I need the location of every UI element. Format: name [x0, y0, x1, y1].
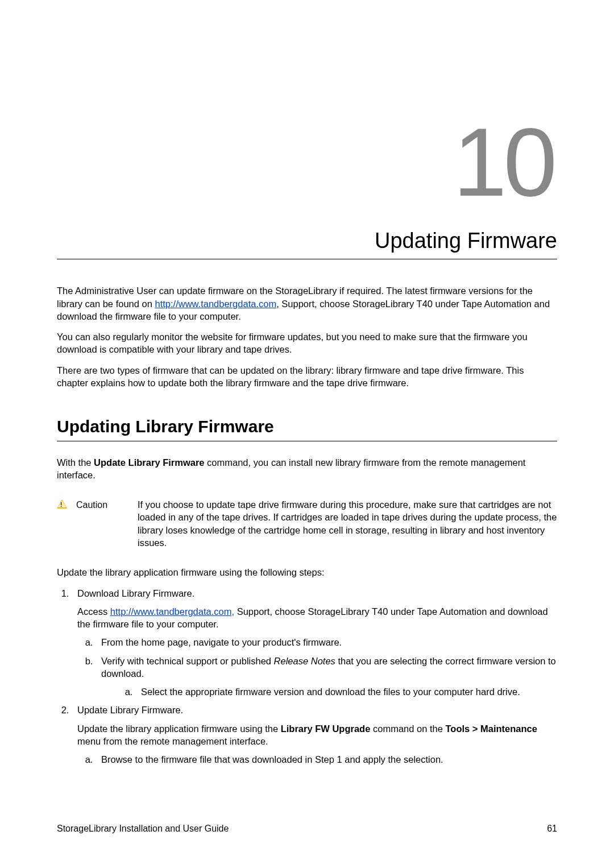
chapter-title: Updating Firmware: [57, 226, 557, 259]
text-segment: With the: [57, 457, 94, 468]
footer-title: StorageLibrary Installation and User Gui…: [57, 822, 229, 835]
step-1b-inner: Select the appropriate firmware version …: [101, 685, 557, 698]
caution-icon: [57, 499, 67, 509]
steps-list: Download Library Firmware. Access http:/…: [57, 587, 557, 766]
section-title: Updating Library Firmware: [57, 415, 557, 441]
step-2-substeps: Browse to the firmware file that was dow…: [77, 753, 557, 766]
step-1-substeps: From the home page, navigate to your pro…: [77, 636, 557, 698]
menu-path: Tools > Maintenance: [445, 724, 537, 734]
caution-label: Caution: [76, 498, 128, 511]
section-paragraph: With the Update Library Firmware command…: [57, 456, 557, 482]
steps-intro: Update the library application firmware …: [57, 566, 557, 578]
step-1b-a: Select the appropriate firmware version …: [135, 685, 557, 698]
caution-text: If you choose to update tape drive firmw…: [138, 498, 557, 549]
step-2a: Browse to the firmware file that was dow…: [96, 753, 557, 766]
step-1a: From the home page, navigate to your pro…: [96, 636, 557, 648]
step-2: Update Library Firmware. Update the libr…: [72, 704, 557, 766]
intro-paragraph-3: There are two types of firmware that can…: [57, 364, 557, 390]
command-name: Library FW Upgrade: [281, 724, 371, 734]
chapter-number: 10: [57, 114, 554, 210]
step-1: Download Library Firmware. Access http:/…: [72, 587, 557, 698]
page-number: 61: [547, 822, 557, 835]
step-2-paragraph: Update the library application firmware …: [77, 722, 557, 748]
step-2-title: Update Library Firmware.: [77, 704, 557, 716]
text-segment: menu from the remote management interfac…: [77, 736, 268, 746]
step-1-access: Access http://www.tandbergdata.com, Supp…: [77, 605, 557, 631]
intro-paragraph-2: You can also regularly monitor the websi…: [57, 330, 557, 356]
caution-block: Caution If you choose to update tape dri…: [57, 498, 557, 549]
command-name: Update Library Firmware: [94, 457, 204, 468]
intro-paragraph-1: The Administrative User can update firmw…: [57, 284, 557, 323]
text-segment: Update the library application firmware …: [77, 724, 281, 734]
step-1b: Verify with technical support or publish…: [96, 655, 557, 698]
release-notes: Release Notes: [274, 656, 335, 666]
step-1-title: Download Library Firmware.: [77, 587, 557, 600]
text-segment: Access: [77, 606, 110, 617]
text-segment: command on the: [370, 724, 445, 734]
page-footer: StorageLibrary Installation and User Gui…: [57, 822, 557, 835]
tandberg-link[interactable]: http://www.tandbergdata.com: [155, 299, 276, 309]
tandberg-link[interactable]: http://www.tandbergdata.com,: [110, 606, 234, 617]
text-segment: Verify with technical support or publish…: [101, 656, 274, 666]
